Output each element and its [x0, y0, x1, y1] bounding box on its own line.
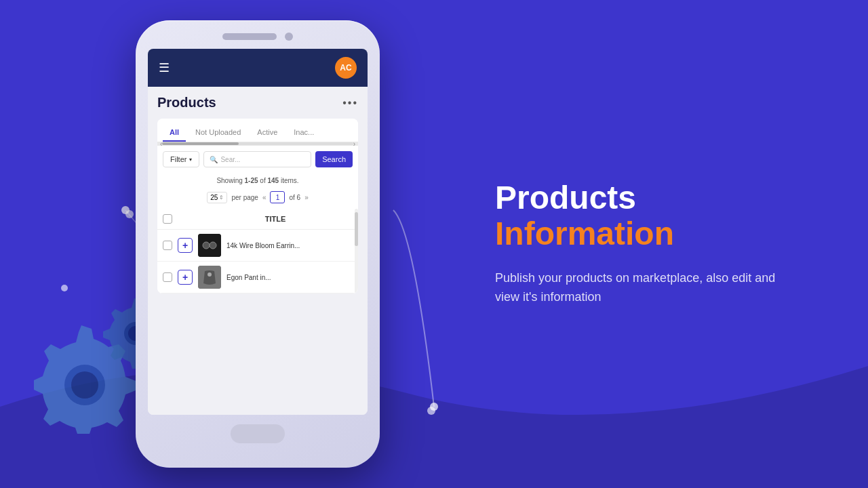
svg-point-7: [203, 242, 210, 249]
per-page-arrows: ⇕: [219, 195, 224, 201]
tab-inactive[interactable]: Inac...: [287, 124, 321, 142]
avatar: AC: [335, 57, 357, 79]
row-checkbox-1[interactable]: [163, 241, 172, 250]
decorative-dot-4: [427, 407, 435, 415]
right-panel: Products Information Publish your produc…: [495, 180, 800, 307]
search-icon: 🔍: [210, 156, 218, 163]
showing-total: 145: [267, 177, 279, 184]
app-content: Products ••• All Not Uploaded Active Ina…: [148, 87, 368, 415]
total-pages-label: of 6: [289, 194, 300, 201]
next-page-button[interactable]: »: [304, 194, 309, 201]
product-image-2: [198, 266, 221, 289]
product-name-1: 14k Wire Bloom Earrin...: [226, 242, 353, 249]
tab-all[interactable]: All: [163, 124, 186, 142]
tab-active[interactable]: Active: [250, 124, 284, 142]
product-image-1: [198, 234, 221, 257]
chevron-down-icon: ▾: [189, 157, 192, 163]
scroll-track: [162, 142, 353, 145]
decorative-dot-2: [61, 285, 68, 291]
svg-point-2: [64, 365, 105, 405]
search-input-wrap: 🔍 Sear...: [203, 151, 311, 167]
hamburger-icon[interactable]: ☰: [159, 60, 170, 75]
showing-row: Showing 1-25 of 145 items.: [157, 173, 358, 188]
svg-point-3: [71, 371, 98, 399]
per-page-select[interactable]: 25 ⇕: [207, 192, 227, 203]
search-placeholder-text: Sear...: [220, 156, 240, 163]
page-title-row: Products •••: [157, 95, 358, 110]
tabs-row: All Not Uploaded Active Inac...: [163, 124, 353, 142]
filter-button[interactable]: Filter ▾: [163, 151, 199, 167]
title-column-header: TITLE: [198, 215, 353, 223]
app-header: ☰ AC: [148, 49, 368, 87]
row-expand-button-1[interactable]: +: [178, 238, 193, 253]
current-page[interactable]: 1: [270, 191, 285, 203]
phone-top-bar: [148, 33, 368, 41]
row-expand-button-2[interactable]: +: [178, 270, 193, 285]
per-page-value: 25: [210, 194, 218, 201]
right-title: Products Information: [495, 180, 800, 252]
svg-point-8: [210, 242, 216, 249]
svg-point-10: [208, 272, 212, 277]
right-title-line2: Information: [495, 216, 674, 251]
tab-not-uploaded[interactable]: Not Uploaded: [189, 124, 248, 142]
table-row: + Egon Pant in...: [157, 262, 358, 293]
right-description: Publish your products on marketplace, al…: [495, 268, 800, 308]
pagination-row: 25 ⇕ per page « 1 of 6 »: [157, 188, 358, 209]
more-options-icon[interactable]: •••: [342, 97, 358, 109]
per-page-label: per page: [231, 194, 258, 201]
product-name-2: Egon Pant in...: [226, 274, 353, 281]
right-title-line1: Products: [495, 180, 636, 216]
phone-bottom: [148, 424, 368, 443]
phone-speaker: [222, 33, 277, 40]
showing-range: 1-25: [245, 177, 258, 184]
products-table: TITLE + 14k Wire Bloom Earrin...: [157, 209, 358, 293]
tabs-container: All Not Uploaded Active Inac...: [157, 119, 358, 142]
prev-page-button[interactable]: «: [262, 194, 267, 201]
table-row: + 14k Wire Bloom Earrin...: [157, 230, 358, 262]
row-checkbox-2[interactable]: [163, 272, 172, 282]
page-title: Products: [157, 95, 216, 110]
phone-mockup: ☰ AC Products ••• All Not Uploaded: [136, 20, 380, 468]
table-header: TITLE: [157, 209, 358, 230]
phone-camera: [285, 33, 293, 41]
filter-label: Filter: [170, 155, 186, 163]
filter-row: Filter ▾ 🔍 Sear... Search: [157, 146, 358, 173]
scroll-thumb: [162, 142, 239, 145]
home-button[interactable]: [231, 424, 285, 443]
decorative-dot-1: [125, 210, 134, 218]
scroll-right-arrow[interactable]: ›: [353, 140, 355, 148]
phone-outer: ☰ AC Products ••• All Not Uploaded: [136, 20, 380, 468]
search-button[interactable]: Search: [315, 151, 353, 167]
phone-screen: ☰ AC Products ••• All Not Uploaded: [148, 49, 368, 415]
select-all-checkbox[interactable]: [163, 214, 172, 224]
